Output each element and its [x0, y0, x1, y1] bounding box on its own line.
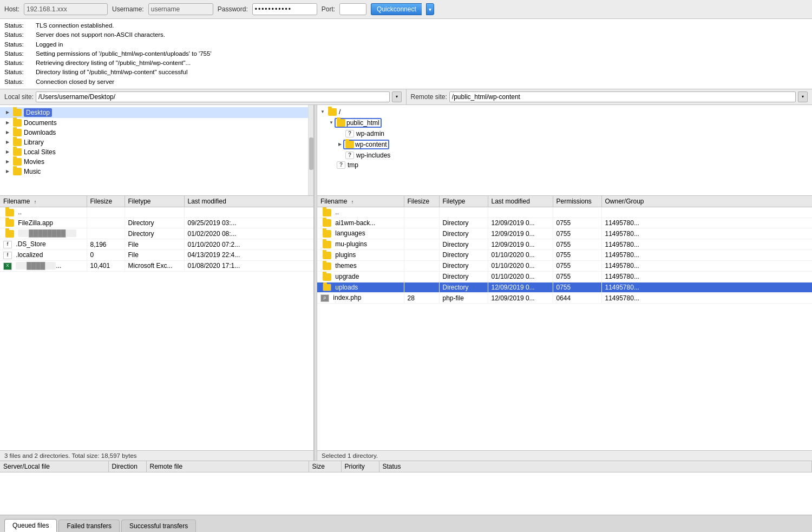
expand-icon-downloads[interactable]: ▶ [4, 129, 11, 136]
table-row[interactable]: upgrade Directory01/10/2020 0...07551149… [317, 271, 812, 282]
expand-icon-public-html[interactable]: ▼ [328, 120, 335, 126]
table-row[interactable]: languages Directory12/09/2019 0...075511… [317, 228, 812, 239]
remote-col-ownergroup[interactable]: Owner/Group [601, 196, 812, 207]
status-line-4: Status: Setting permissions of '/public_… [4, 49, 808, 58]
tab-queued-files[interactable]: Queued files [4, 519, 57, 532]
tree-label-localsites: Local Sites [24, 148, 56, 156]
file-name: FileZilla.app [0, 218, 87, 228]
remote-col-filename[interactable]: Filename ↑ [317, 196, 404, 207]
table-row[interactable]: f .DS_Store 8,196 File 01/10/2020 07:2..… [0, 239, 313, 250]
remote-status-bar: Selected 1 directory. [317, 450, 812, 461]
local-tree-item-movies[interactable]: ▶ Movies [0, 157, 308, 167]
tree-label-library: Library [24, 139, 44, 146]
local-site-path-input[interactable] [36, 91, 389, 102]
quickconnect-button[interactable]: Quickconnect [371, 3, 422, 15]
table-row[interactable]: FileZilla.app Directory 09/25/2019 03:..… [0, 218, 313, 228]
port-input[interactable] [339, 3, 366, 15]
remote-tree-item-wp-content[interactable]: ▶ wp-content [317, 139, 812, 150]
expand-icon-desktop[interactable]: ▶ [4, 109, 11, 116]
table-row[interactable]: p index.php 28php-file12/09/2019 0...064… [317, 293, 812, 304]
file-modified: 01/10/2020 07:2... [184, 239, 313, 250]
expand-icon-library[interactable]: ▶ [4, 139, 11, 146]
local-panel: ▶ Desktop ▶ Documents ▶ Downloads ▶ [0, 105, 314, 461]
transfer-col-size[interactable]: Size [309, 461, 341, 472]
table-row[interactable]: ████████ Directory 01/02/2020 08:... [0, 228, 313, 239]
remote-tree-item-wp-includes[interactable]: ▶ ? wp-includes [317, 150, 812, 160]
table-row[interactable]: themes Directory01/10/2020 0...075511495… [317, 260, 812, 271]
tree-label-music: Music [24, 168, 41, 175]
username-input[interactable] [148, 3, 213, 15]
local-summary: 3 files and 2 directories. Total size: 1… [4, 452, 137, 459]
local-col-filetype[interactable]: Filetype [125, 196, 184, 207]
local-col-filesize[interactable]: Filesize [87, 196, 125, 207]
host-input[interactable] [24, 3, 108, 15]
tab-failed-transfers[interactable]: Failed transfers [58, 520, 120, 532]
table-row[interactable]: .. [317, 207, 812, 218]
expand-icon-documents[interactable]: ▶ [4, 120, 11, 126]
table-row[interactable]: X ████... 10,401 Microsoft Exc... 01/08/… [0, 260, 313, 271]
local-site-path-container: Local site: ▾ [0, 89, 407, 104]
remote-col-filetype[interactable]: Filetype [439, 196, 488, 207]
local-tree-item-localsites[interactable]: ▶ Local Sites [0, 147, 308, 157]
question-icon-wp-includes: ? [345, 152, 354, 159]
local-tree-item-library[interactable]: ▶ Library [0, 137, 308, 147]
file-modified: 01/02/2020 08:... [184, 228, 313, 239]
table-row[interactable]: plugins Directory01/10/2020 0...07551149… [317, 250, 812, 261]
local-site-label: Local site: [4, 93, 34, 101]
remote-col-permissions[interactable]: Permissions [553, 196, 601, 207]
remote-col-lastmodified[interactable]: Last modified [488, 196, 553, 207]
local-tree-item-downloads[interactable]: ▶ Downloads [0, 128, 308, 137]
remote-site-path-input[interactable] [449, 91, 796, 102]
remote-tree-item-wp-admin[interactable]: ▶ ? wp-admin [317, 129, 812, 139]
folder-icon [323, 219, 331, 227]
folder-icon [323, 230, 331, 238]
local-tree-item-desktop[interactable]: ▶ Desktop [0, 107, 308, 118]
transfer-col-priority[interactable]: Priority [341, 461, 379, 472]
transfer-col-status[interactable]: Status [379, 461, 812, 472]
local-col-lastmodified[interactable]: Last modified [184, 196, 313, 207]
status-line-5: Status: Retrieving directory listing of … [4, 58, 808, 68]
tab-successful-transfers[interactable]: Successful transfers [121, 520, 196, 532]
table-row[interactable]: ai1wm-back... Directory12/09/2019 0...07… [317, 218, 812, 228]
expand-icon-music[interactable]: ▶ [4, 168, 11, 175]
file-type: Directory [125, 218, 184, 228]
local-col-filename[interactable]: Filename ↑ [0, 196, 87, 207]
transfer-col-serverfile[interactable]: Server/Local file [0, 461, 108, 472]
expand-icon-root[interactable]: ▼ [319, 109, 326, 115]
status-line-3: Status: Logged in [4, 40, 808, 49]
remote-site-label: Remote site: [411, 93, 447, 101]
tree-label-public-html: public_html [346, 119, 379, 127]
local-tree-item-documents[interactable]: ▶ Documents [0, 118, 308, 128]
transfer-col-remotefile[interactable]: Remote file [146, 461, 309, 472]
remote-panel: ▼ / ▼ public_html ▶ ? wp-admin [317, 105, 812, 461]
tree-label-wp-content: wp-content [355, 141, 387, 148]
expand-icon-movies[interactable]: ▶ [4, 159, 11, 165]
folder-icon-public-html [337, 119, 345, 127]
quickconnect-dropdown-button[interactable]: ▾ [426, 3, 434, 15]
file-size [87, 228, 125, 239]
remote-site-dropdown[interactable]: ▾ [798, 91, 808, 102]
remote-col-filesize[interactable]: Filesize [404, 196, 439, 207]
folder-icon [323, 273, 331, 281]
remote-site-path-container: Remote site: ▾ [407, 89, 813, 104]
table-row[interactable]: uploads Directory12/09/2019 0...07551149… [317, 282, 812, 293]
toolbar: Host: Username: Password: Port: Quickcon… [0, 0, 812, 19]
local-site-dropdown[interactable]: ▾ [392, 91, 402, 102]
remote-tree-item-public-html[interactable]: ▼ public_html [317, 117, 812, 129]
site-bar: Local site: ▾ Remote site: ▾ [0, 89, 812, 105]
file-name: ai1wm-back... [317, 218, 404, 228]
transfer-area: Server/Local file Direction Remote file … [0, 461, 812, 515]
transfer-col-direction[interactable]: Direction [108, 461, 146, 472]
port-label: Port: [322, 5, 335, 13]
remote-tree-item-root[interactable]: ▼ / [317, 107, 812, 117]
remote-tree-item-tmp[interactable]: ▶ ? tmp [317, 160, 812, 170]
expand-icon-localsites[interactable]: ▶ [4, 149, 11, 155]
expand-icon-wp-content[interactable]: ▶ [337, 141, 343, 148]
table-row[interactable]: mu-plugins Directory12/09/2019 0...07551… [317, 239, 812, 250]
table-row[interactable]: f .localized 0 File 04/13/2019 22:4... [0, 250, 313, 261]
folder-icon-documents [13, 119, 22, 127]
local-tree-item-music[interactable]: ▶ Music [0, 167, 308, 176]
password-input[interactable] [252, 3, 317, 15]
table-row[interactable]: .. [0, 207, 313, 218]
file-name: f .localized [0, 250, 87, 261]
